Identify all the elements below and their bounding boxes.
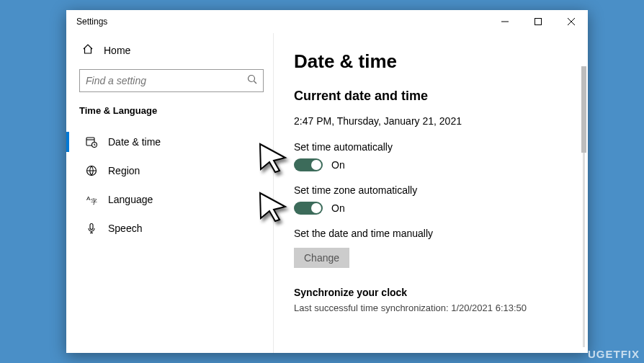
sidebar-item-date-time[interactable]: Date & time bbox=[75, 127, 271, 156]
close-button[interactable] bbox=[555, 10, 588, 33]
svg-rect-1 bbox=[535, 19, 542, 25]
auto-tz-toggle-row: On bbox=[294, 202, 588, 215]
cursor-annotation-icon bbox=[256, 140, 290, 176]
content-area: Home Time & Language Date & time Region bbox=[66, 33, 588, 353]
nav-label: Speech bbox=[108, 223, 142, 234]
nav-label: Date & time bbox=[108, 136, 161, 148]
sync-last-line: Last successful time synchronization: 1/… bbox=[294, 302, 588, 313]
search-icon bbox=[247, 74, 257, 87]
auto-tz-label: Set time zone automatically bbox=[294, 184, 588, 196]
manual-label: Set the date and time manually bbox=[294, 228, 588, 239]
calendar-clock-icon bbox=[85, 136, 98, 148]
svg-line-5 bbox=[254, 81, 257, 84]
home-row[interactable]: Home bbox=[75, 40, 271, 69]
globe-icon bbox=[85, 165, 98, 176]
page-heading: Date & time bbox=[294, 50, 588, 73]
auto-time-toggle[interactable] bbox=[294, 158, 323, 171]
scrollbar-thumb[interactable] bbox=[581, 66, 586, 153]
auto-tz-toggle[interactable] bbox=[294, 202, 323, 215]
watermark: UGETFIX bbox=[588, 348, 640, 360]
minimize-button[interactable] bbox=[488, 10, 522, 33]
search-input[interactable] bbox=[86, 75, 247, 86]
auto-time-label: Set time automatically bbox=[294, 141, 588, 153]
auto-tz-status: On bbox=[331, 202, 345, 214]
current-datetime: 2:47 PM, Thursday, January 21, 2021 bbox=[294, 115, 588, 127]
sidebar-section-label: Time & Language bbox=[75, 105, 271, 127]
nav-label: Region bbox=[108, 165, 140, 176]
svg-line-10 bbox=[94, 145, 95, 145]
sidebar-item-speech[interactable]: Speech bbox=[75, 214, 271, 243]
section-heading: Current date and time bbox=[294, 89, 588, 104]
window-title: Settings bbox=[76, 17, 107, 27]
sidebar-item-region[interactable]: Region bbox=[75, 156, 271, 185]
sidebar-item-language[interactable]: A字 Language bbox=[75, 185, 271, 214]
window-controls bbox=[488, 10, 588, 33]
main-pane: Date & time Current date and time 2:47 P… bbox=[274, 33, 588, 353]
search-box[interactable] bbox=[79, 69, 264, 92]
sidebar: Home Time & Language Date & time Region bbox=[66, 33, 274, 353]
svg-rect-14 bbox=[90, 224, 93, 230]
titlebar: Settings bbox=[66, 10, 588, 33]
maximize-button[interactable] bbox=[522, 10, 555, 33]
svg-point-4 bbox=[249, 76, 255, 82]
home-icon bbox=[82, 43, 94, 58]
nav-label: Language bbox=[108, 194, 153, 205]
cursor-annotation-icon bbox=[256, 189, 290, 225]
auto-time-status: On bbox=[331, 159, 345, 171]
settings-window: Settings Home bbox=[66, 10, 588, 353]
microphone-icon bbox=[85, 223, 98, 234]
home-label: Home bbox=[104, 45, 130, 56]
auto-time-toggle-row: On bbox=[294, 158, 588, 171]
language-icon: A字 bbox=[85, 194, 98, 205]
sync-heading: Synchronize your clock bbox=[294, 287, 588, 298]
svg-text:字: 字 bbox=[91, 198, 97, 205]
change-button[interactable]: Change bbox=[294, 248, 349, 268]
